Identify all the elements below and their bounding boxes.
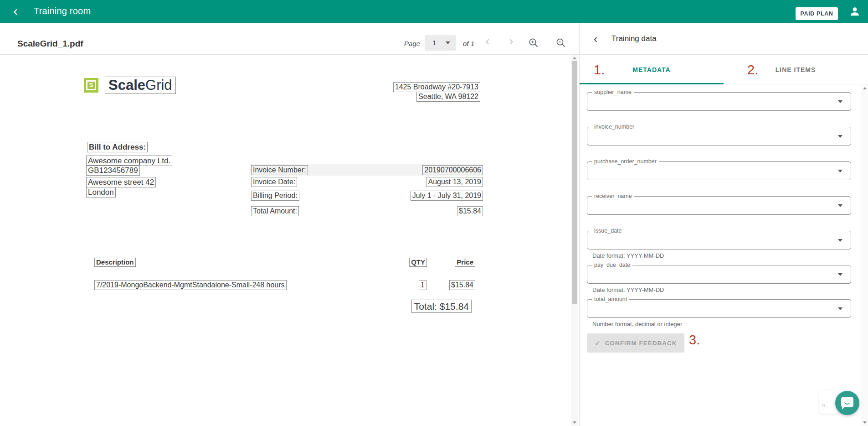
annotation-number-2: 2. — [747, 62, 758, 78]
page-label: Page — [404, 40, 420, 47]
field-label-invoice-number: invoice_number — [592, 124, 637, 130]
pdf-toolbar: ScaleGrid_1.pdf Page 1 of 1 ‹ › — [0, 23, 579, 55]
dropdown-caret-icon — [838, 273, 842, 276]
scroll-up-icon[interactable] — [863, 87, 867, 89]
field-pay-due-date[interactable]: pay_due_date — [587, 265, 851, 284]
table-header-description[interactable]: Description — [94, 258, 136, 267]
logo-letter: S — [87, 82, 95, 89]
panel-title: Training data — [611, 34, 657, 43]
zoom-out-icon[interactable] — [555, 37, 567, 49]
helper-pay-due-date: Date format: YYYY-MM-DD — [592, 286, 664, 293]
page-number-value: 1 — [432, 39, 436, 47]
training-data-header: ‹ Training data — [580, 23, 868, 55]
total-amount-label[interactable]: Total Amount: — [251, 206, 299, 216]
zoom-in-icon[interactable] — [528, 37, 539, 49]
next-page-icon[interactable]: › — [505, 33, 518, 49]
dropdown-caret-icon — [838, 204, 842, 207]
field-receiver-name[interactable]: receiver_name — [587, 196, 851, 215]
table-header-qty[interactable]: QTY — [409, 258, 427, 267]
pdf-scrollbar-thumb[interactable] — [572, 61, 577, 304]
annotation-number-1: 1. — [594, 62, 605, 78]
billing-period-value[interactable]: July 1 - July 31, 2019 — [411, 191, 483, 201]
account-person-icon[interactable] — [848, 5, 861, 18]
field-supplier-name[interactable]: supplier_name — [587, 92, 851, 111]
scroll-down-icon[interactable] — [573, 421, 576, 424]
pdf-scrollbar[interactable] — [571, 55, 578, 426]
scalegrid-wordmark[interactable]: ScaleGrid — [105, 77, 176, 94]
dropdown-caret-icon — [838, 100, 842, 103]
total-amount-value[interactable]: $15.84 — [457, 206, 483, 216]
panel-tabs: METADATA LINE ITEMS — [580, 55, 868, 84]
billing-period-label[interactable]: Billing Period: — [251, 191, 299, 201]
field-purchase-order-number[interactable]: purchase_order_number — [587, 161, 851, 180]
chat-launcher-button[interactable] — [835, 391, 859, 415]
supplier-address-line1[interactable]: 1425 Broadway #20-7913 — [393, 82, 480, 92]
bill-to-company[interactable]: Awesome company Ltd. — [86, 156, 172, 166]
field-label-purchase-order-number: purchase_order_number — [592, 158, 659, 165]
previous-page-icon[interactable]: ‹ — [481, 33, 494, 49]
helper-total-amount: Number format, decimal or integer — [592, 321, 682, 327]
bill-to-heading[interactable]: Bill to Address: — [87, 142, 148, 152]
confirm-feedback-label: CONFIRM FEEDBACK — [605, 340, 677, 347]
panel-scrollbar[interactable] — [861, 85, 868, 426]
page-title: Training room — [34, 6, 91, 16]
field-label-pay-due-date: pay_due_date — [592, 262, 632, 268]
page-count-label: of 1 — [463, 40, 474, 47]
invoice-total-line[interactable]: Total: $15.84 — [411, 300, 472, 313]
check-icon: ✓ — [595, 339, 601, 348]
page-number-select[interactable]: 1 — [425, 35, 456, 51]
invoice-date-value[interactable]: August 13, 2019 — [426, 177, 483, 187]
dropdown-caret-icon — [838, 170, 842, 172]
wordmark-light: Grid — [145, 77, 172, 93]
invoice-date-label[interactable]: Invoice Date: — [251, 177, 297, 187]
line-item-price[interactable]: $15.84 — [449, 280, 475, 290]
panel-back-icon[interactable]: ‹ — [589, 30, 602, 48]
line-item-description[interactable]: 7/2019-MongoBackend-MgmtStandalone-Small… — [94, 280, 287, 290]
person-icon — [849, 5, 861, 17]
dropdown-caret-icon — [838, 239, 842, 242]
top-app-bar: ‹ Training room PAID PLAN — [0, 0, 868, 23]
field-label-receiver-name: receiver_name — [592, 193, 634, 199]
back-arrow-icon[interactable]: ‹ — [8, 2, 23, 21]
bill-to-vat[interactable]: GB123456789 — [86, 165, 140, 176]
annotation-number-3: 3. — [689, 332, 700, 348]
scroll-up-icon[interactable] — [573, 57, 576, 59]
table-header-price[interactable]: Price — [455, 258, 475, 267]
invoice-number-label[interactable]: Invoice Number: — [251, 165, 308, 175]
confirm-feedback-button[interactable]: ✓CONFIRM FEEDBACK — [587, 333, 684, 353]
pdf-filename: ScaleGrid_1.pdf — [17, 39, 83, 49]
app-root: ‹ Training room PAID PLAN ScaleGrid_1.pd… — [0, 0, 868, 426]
chat-bubble-tail — [842, 406, 845, 410]
scroll-down-icon[interactable] — [863, 421, 867, 424]
tab-line-items[interactable]: LINE ITEMS — [724, 55, 868, 84]
dropdown-caret-icon — [446, 42, 450, 44]
field-label-supplier-name: supplier_name — [592, 89, 634, 95]
bill-to-street[interactable]: Awesome street 42 — [86, 177, 156, 187]
active-tab-indicator — [580, 83, 724, 84]
wordmark-bold: Scale — [108, 77, 145, 93]
paid-plan-button[interactable]: PAID PLAN — [796, 7, 838, 20]
bill-to-city[interactable]: London — [86, 187, 116, 197]
scalegrid-logo-icon: S — [84, 78, 98, 93]
field-label-total-amount: total_amount — [592, 296, 629, 302]
field-invoice-number[interactable]: invoice_number — [587, 127, 851, 145]
line-item-qty[interactable]: 1 — [419, 280, 426, 290]
dropdown-caret-icon — [838, 135, 842, 138]
supplier-address-line2[interactable]: Seattle, WA 98122 — [416, 92, 480, 102]
invoice-number-value[interactable]: 20190700006606 — [422, 165, 483, 175]
chat-bubble-icon — [841, 397, 853, 407]
field-label-issue-date: issue_date — [592, 228, 624, 234]
field-issue-date[interactable]: issue_date — [587, 231, 851, 249]
chat-smile-icon — [844, 400, 851, 405]
field-total-amount[interactable]: total_amount — [587, 299, 851, 318]
dropdown-caret-icon — [838, 307, 842, 310]
helper-issue-date: Date format: YYYY-MM-DD — [592, 252, 664, 259]
